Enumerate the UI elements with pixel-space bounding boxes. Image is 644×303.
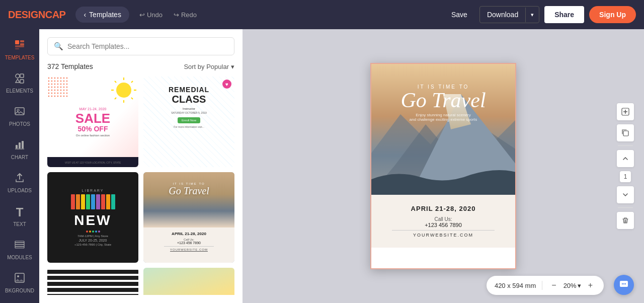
svg-line-29 <box>115 98 116 99</box>
sidebar-item-label: BKGROUND <box>5 288 34 293</box>
page-down-button[interactable] <box>617 186 634 203</box>
bkground-icon <box>14 272 25 286</box>
sidebar-item-photos[interactable]: PHOTOS <box>2 101 37 132</box>
svg-rect-13 <box>22 141 24 148</box>
svg-point-40 <box>622 283 623 284</box>
svg-rect-3 <box>15 45 24 47</box>
delete-page-button[interactable] <box>617 212 634 229</box>
search-input[interactable] <box>67 42 228 50</box>
template-card-travel[interactable]: IT IS TIME TO Go Travel APRIL 21-28, 202… <box>143 172 234 263</box>
logo: DESIGNCAP <box>8 9 65 21</box>
signup-button[interactable]: Sign Up <box>589 6 636 23</box>
svg-rect-9 <box>15 108 24 115</box>
svg-rect-2 <box>20 43 24 45</box>
sidebar-item-label: CHART <box>11 155 28 160</box>
remedial-footer: For more information visit... <box>174 125 204 128</box>
library-top: LIBRARY <box>82 189 104 192</box>
sidebar-item-text[interactable]: T TEXT <box>2 200 37 232</box>
remedial-title: REMEDIAL <box>169 86 209 94</box>
travel-mountain: IT IS TIME TO Go Travel <box>143 172 234 228</box>
svg-line-27 <box>131 98 133 99</box>
panel-header: 372 Templates Sort by Popular ▾ <box>47 62 234 70</box>
topbar: DESIGNCAP ‹ Templates ↩ Undo ↪ Redo Save… <box>0 0 644 29</box>
svg-line-28 <box>131 81 133 83</box>
topbar-actions: Save Download ▾ Share Sign Up <box>444 6 636 23</box>
templates-panel: 🔍 372 Templates Sort by Popular ▾ <box>39 29 243 303</box>
svg-rect-38 <box>623 131 628 136</box>
svg-rect-6 <box>20 74 24 78</box>
share-button[interactable]: Share <box>544 6 584 23</box>
zoom-value[interactable]: 20% ▾ <box>564 282 581 289</box>
chevron-left-icon: ‹ <box>84 11 86 19</box>
library-info: +123-456-7890 | City, State <box>74 243 111 246</box>
sidebar-item-modules[interactable]: MODULES <box>2 234 37 265</box>
uploads-icon <box>14 172 25 186</box>
tool-divider-1 <box>618 145 633 146</box>
library-title: NEW <box>74 212 111 229</box>
sort-button[interactable]: Sort by Popular ▾ <box>184 63 234 70</box>
library-dots <box>86 231 100 233</box>
remedial-info: Instructor <box>183 107 195 110</box>
canvas-document[interactable]: IT IS TIME TO Go Travel Enjoy stunning n… <box>370 63 516 269</box>
canvas-content: IT IS TIME TO Go Travel Enjoy stunning n… <box>243 29 644 303</box>
template-card-sale[interactable]: MAY 21-24, 2020 SALE 50% OFF On online f… <box>47 77 138 167</box>
sidebar-item-elements[interactable]: ELEMENTS <box>2 67 37 99</box>
download-button[interactable]: Download <box>480 7 525 23</box>
undo-icon: ↩ <box>139 11 145 19</box>
sidebar-item-templates[interactable]: TEMPLATES <box>2 34 37 65</box>
svg-point-5 <box>16 74 20 78</box>
text-icon: T <box>16 205 24 219</box>
sidebar-item-label: ELEMENTS <box>6 88 33 94</box>
remedial-schedule: SATURDAY OCTOBER 5, 2019 <box>171 111 207 114</box>
bottom-bar: 420 x 594 mm − 20% ▾ + <box>487 276 604 295</box>
templates-grid: MAY 21-24, 2020 SALE 50% OFF On online f… <box>47 77 234 295</box>
dots-decoration <box>47 77 67 97</box>
chat-button[interactable] <box>614 275 634 295</box>
main-layout: TEMPLATES ELEMENTS PHOTOS <box>0 29 644 303</box>
template-card-food[interactable]: 🌿 <box>143 268 234 295</box>
sun-decoration <box>111 78 136 103</box>
sidebar-item-label: UPLOADS <box>8 188 32 193</box>
svg-rect-8 <box>20 80 24 83</box>
templates-button[interactable]: ‹ Templates <box>75 7 129 23</box>
chevron-down-icon: ▾ <box>231 63 234 70</box>
tool-divider-2 <box>618 207 633 208</box>
redo-button[interactable]: ↪ Redo <box>170 9 201 21</box>
sidebar-item-uploads[interactable]: UPLOADS <box>2 167 37 198</box>
page-number: 1 <box>620 171 631 182</box>
template-card-library[interactable]: LIBRARY NEW <box>47 172 138 263</box>
size-label: 420 x 594 mm <box>495 282 536 289</box>
search-icon: 🔍 <box>54 42 63 51</box>
save-button[interactable]: Save <box>444 7 474 23</box>
page-up-button[interactable] <box>617 150 634 167</box>
canvas-area: IT IS TIME TO Go Travel Enjoy stunning n… <box>243 29 644 303</box>
add-page-button[interactable] <box>617 103 634 120</box>
sidebar-item-label: MODULES <box>7 255 32 260</box>
zoom-in-button[interactable]: + <box>585 280 596 291</box>
svg-rect-12 <box>19 142 21 148</box>
copy-page-button[interactable] <box>617 124 634 141</box>
svg-rect-4 <box>15 48 19 49</box>
remedial-button: Enroll Now <box>178 117 200 123</box>
sidebar: TEMPLATES ELEMENTS PHOTOS <box>0 29 39 303</box>
size-zoom-divider <box>542 281 542 290</box>
photos-icon <box>14 106 25 119</box>
library-books <box>71 194 115 209</box>
template-card-striped[interactable] <box>47 268 138 295</box>
sidebar-item-label: TEXT <box>13 221 26 227</box>
library-dates: JULY 20-25, 2020 <box>79 239 107 242</box>
travel-bottom: APRIL 21-28, 2020 Call Us: +123 456 7890… <box>143 228 234 263</box>
svg-point-21 <box>116 83 131 98</box>
undo-button[interactable]: ↩ Undo <box>135 9 167 21</box>
remedial-subtitle: CLASS <box>172 94 206 105</box>
zoom-out-button[interactable]: − <box>548 280 559 291</box>
doc-bottom: APRIL 21-28, 2020 Call Us: +123 456 7890… <box>371 195 515 248</box>
doc-underline <box>392 230 494 231</box>
sidebar-item-bkground[interactable]: BKGROUND <box>2 267 37 298</box>
elements-icon <box>14 72 25 86</box>
sidebar-item-chart[interactable]: CHART <box>2 134 37 165</box>
canvas-tools: 1 <box>617 103 634 229</box>
template-card-remedial[interactable]: ♥ REMEDIAL CLASS Instructor SATURDAY OCT… <box>143 77 234 167</box>
chart-icon <box>14 139 25 153</box>
download-arrow-button[interactable]: ▾ <box>525 8 539 22</box>
